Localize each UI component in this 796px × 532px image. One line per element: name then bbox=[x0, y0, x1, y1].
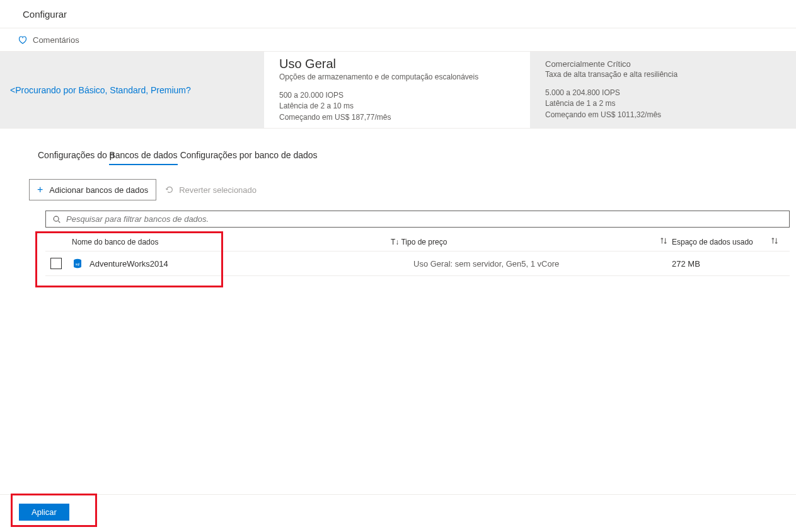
tier-title: Uso Geral bbox=[279, 57, 515, 71]
row-checkbox[interactable] bbox=[50, 258, 62, 269]
tier-price-suffix: mês bbox=[377, 113, 391, 122]
tier-latency: Latência de 2 a 10 ms bbox=[279, 101, 515, 112]
tab-per-database[interactable]: Configurações por banco de dados bbox=[180, 150, 318, 164]
tabs-row: Configurações do p Bancos de dados Confi… bbox=[0, 150, 796, 165]
database-icon: sql bbox=[72, 258, 83, 269]
revert-label: Reverter selecionado bbox=[179, 185, 257, 195]
heart-icon bbox=[18, 35, 28, 45]
sort-icon bbox=[770, 236, 779, 245]
table-header: Nome do banco de dados T↓ Tipo de preço … bbox=[45, 233, 790, 252]
tier-card-critical[interactable]: Comercialmente Crítico Taxa de alta tran… bbox=[530, 52, 796, 128]
toolbar: + Adicionar bancos de dados Reverter sel… bbox=[0, 165, 796, 207]
tier-title: Comercialmente Crítico bbox=[545, 59, 781, 69]
tier-iops: 500 a 20.000 IOPS bbox=[279, 90, 515, 101]
sort-icon bbox=[659, 236, 668, 245]
content-area: Configurações do p Bancos de dados Confi… bbox=[0, 129, 796, 276]
col-tier-header[interactable]: T↓ Tipo de preço bbox=[391, 238, 655, 246]
add-databases-button[interactable]: + Adicionar bancos de dados bbox=[29, 179, 156, 200]
search-row bbox=[0, 207, 796, 228]
tier-price: Começando em US$ 1011,32/mês bbox=[545, 110, 781, 120]
tier-price-suffix: mês bbox=[647, 110, 661, 119]
tier-subtitle: Opções de armazenamento e de computação … bbox=[279, 72, 515, 81]
svg-text:sql: sql bbox=[76, 262, 79, 266]
feedback-label: Comentários bbox=[33, 35, 79, 45]
search-input[interactable] bbox=[66, 214, 783, 224]
tier-price-value: Começando em US$ 187,77/ bbox=[279, 113, 377, 122]
search-icon bbox=[52, 215, 61, 224]
undo-icon bbox=[165, 185, 174, 194]
tier-iops: 5.000 a 204.800 IOPS bbox=[545, 88, 781, 98]
looking-for-link[interactable]: <Procurando por Básico, Standard, Premiu… bbox=[10, 85, 191, 95]
footer: Aplicar bbox=[0, 494, 796, 532]
search-box[interactable] bbox=[45, 211, 790, 228]
col-space-header[interactable]: Espaço de dados usado bbox=[672, 238, 766, 246]
svg-point-0 bbox=[54, 216, 59, 221]
tier-latency: Latência de 1 a 2 ms bbox=[545, 98, 781, 109]
tier-strip: <Procurando por Básico, Standard, Premiu… bbox=[0, 52, 796, 129]
tab-pool-settings[interactable]: Configurações do p bbox=[38, 150, 114, 164]
tier-subtitle: Taxa de alta transação e alta resiliênci… bbox=[545, 70, 781, 79]
tab-databases[interactable]: Bancos de dados bbox=[109, 150, 177, 165]
revert-selected-button[interactable]: Reverter selecionado bbox=[165, 185, 257, 195]
feedback-bar[interactable]: Comentários bbox=[0, 28, 796, 52]
plus-icon: + bbox=[37, 185, 43, 195]
databases-table: Nome do banco de dados T↓ Tipo de preço … bbox=[0, 228, 796, 276]
sort-tier[interactable] bbox=[655, 236, 672, 247]
page-title: Configurar bbox=[0, 0, 796, 28]
tier-price: Começando em US$ 187,77/mês bbox=[279, 112, 515, 123]
sort-space[interactable] bbox=[766, 236, 783, 247]
tier-price-value: Começando em US$ 1011,32/ bbox=[545, 110, 647, 119]
db-name: AdventureWorks2014 bbox=[89, 259, 168, 269]
tier-card-general[interactable]: Uso Geral Opções de armazenamento e de c… bbox=[264, 52, 530, 128]
apply-button[interactable]: Aplicar bbox=[19, 504, 69, 521]
add-label: Adicionar bancos de dados bbox=[49, 185, 148, 195]
db-tier: Uso Geral: sem servidor, Gen5, 1 vCore bbox=[391, 259, 655, 269]
table-row[interactable]: sql AdventureWorks2014 Uso Geral: sem se… bbox=[45, 252, 790, 276]
col-name-header[interactable]: Nome do banco de dados bbox=[69, 238, 391, 246]
db-space: 272 MB bbox=[672, 259, 766, 269]
tier-left-panel: <Procurando por Básico, Standard, Premiu… bbox=[0, 52, 264, 128]
